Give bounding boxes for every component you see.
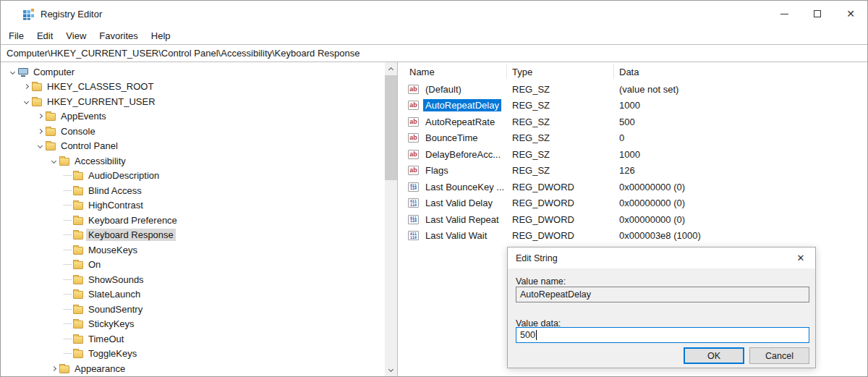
- scrollbar-thumb[interactable]: [385, 75, 397, 180]
- reg-dword-icon: 011110: [408, 231, 419, 240]
- ok-button[interactable]: OK: [684, 347, 744, 364]
- minimize-button[interactable]: [767, 1, 801, 27]
- folder-icon: [73, 187, 83, 195]
- reg-sz-icon: ab: [408, 150, 419, 159]
- menu-edit[interactable]: Edit: [30, 29, 59, 43]
- tree-icon-slot: [73, 334, 86, 344]
- value-row-bouncetime[interactable]: abBounceTimeREG_SZ0: [398, 130, 867, 147]
- value-row-autorepeatrate[interactable]: abAutoRepeatRateREG_SZ500: [398, 114, 867, 130]
- column-header-type[interactable]: Type: [507, 64, 614, 79]
- tree-item-timeout[interactable]: TimeOut: [1, 331, 385, 347]
- value-row-last-valid-wait[interactable]: 011110Last Valid WaitREG_DWORD0x000003e8…: [398, 228, 867, 245]
- tree-item-soundsentry[interactable]: SoundSentry: [1, 302, 385, 317]
- tree-item-appevents[interactable]: AppEvents: [1, 109, 385, 124]
- tree-item-audiodescription[interactable]: AudioDescription: [1, 169, 385, 184]
- value-row-autorepeatdelay[interactable]: abAutoRepeatDelayREG_SZ1000: [398, 98, 867, 114]
- cancel-button[interactable]: Cancel: [749, 347, 809, 364]
- value-data-cell: 0x00000000 (0): [614, 182, 867, 192]
- tree-item-computer[interactable]: Computer: [1, 64, 385, 80]
- tree-icon-slot: [73, 245, 86, 255]
- value-data-input[interactable]: 500: [516, 327, 809, 343]
- tree-connector: [61, 205, 73, 206]
- tree-expander[interactable]: [20, 85, 32, 88]
- dialog-title: Edit String: [516, 253, 558, 263]
- tree-icon-slot: [73, 349, 86, 358]
- tree-item-label: Appearance: [72, 363, 127, 375]
- tree-icon-slot: [73, 319, 86, 329]
- menu-favorites[interactable]: Favorites: [93, 29, 144, 43]
- tree-item-on[interactable]: On: [1, 258, 385, 273]
- tree-item-hkey-current-user[interactable]: HKEY_CURRENT_USER: [1, 94, 385, 109]
- tree-item-appearance[interactable]: Appearance: [1, 361, 385, 376]
- maximize-icon: [814, 10, 821, 17]
- value-row-flags[interactable]: abFlagsREG_SZ126: [398, 163, 867, 179]
- value-name-label: AutoRepeatDelay: [423, 99, 501, 111]
- value-name-label: Last Valid Wait: [423, 229, 489, 242]
- value-name-label: Last Valid Delay: [423, 197, 495, 209]
- tree-connector: [61, 234, 73, 235]
- chevron-down-icon: [9, 69, 14, 75]
- tree-expander[interactable]: [48, 367, 59, 370]
- tree-expander[interactable]: [34, 130, 46, 133]
- value-type-cell: REG_SZ: [507, 149, 614, 160]
- tree-item-showsounds[interactable]: ShowSounds: [1, 272, 385, 287]
- text-caret: [536, 330, 537, 340]
- tree-item-keyboard-preference[interactable]: Keyboard Preference: [1, 213, 385, 228]
- scroll-up-button[interactable]: [385, 62, 397, 75]
- value-type-cell: REG_SZ: [507, 84, 614, 95]
- tree-icon-slot: [46, 127, 59, 136]
- menu-help[interactable]: Help: [145, 29, 177, 43]
- dotted-connector: [64, 220, 72, 221]
- tree-icon-slot: [73, 230, 86, 240]
- tree-item-stickykeys[interactable]: StickyKeys: [1, 317, 385, 332]
- menu-view[interactable]: View: [59, 29, 93, 43]
- tree-item-accessibility[interactable]: Accessibility: [1, 153, 385, 169]
- tree-item-hkey-classes-root[interactable]: HKEY_CLASSES_ROOT: [1, 80, 385, 95]
- tree-item-slatelaunch[interactable]: SlateLaunch: [1, 287, 385, 302]
- tree-icon-slot: [46, 111, 59, 121]
- folder-icon: [73, 247, 83, 255]
- value-data-cell: 0x00000000 (0): [614, 214, 867, 225]
- tree-expander[interactable]: [34, 114, 46, 118]
- tree-item-keyboard-response[interactable]: Keyboard Response: [1, 228, 385, 243]
- tree-expander[interactable]: [48, 159, 59, 163]
- close-button[interactable]: ✕: [834, 1, 867, 27]
- tree-item-label: HKEY_CURRENT_USER: [45, 96, 158, 108]
- menu-file[interactable]: File: [2, 29, 30, 43]
- tree-expander[interactable]: [7, 70, 18, 74]
- window-controls: ✕: [767, 1, 867, 27]
- value-name-cell: abAutoRepeatRate: [398, 116, 507, 128]
- column-header-data[interactable]: Data: [614, 64, 867, 79]
- tree-item-togglekeys[interactable]: ToggleKeys: [1, 347, 385, 362]
- tree-scrollbar[interactable]: [385, 62, 397, 376]
- column-header-name[interactable]: Name: [398, 64, 507, 79]
- tree-connector: [61, 339, 73, 339]
- value-row-last-valid-repeat[interactable]: 011110Last Valid RepeatREG_DWORD0x000000…: [398, 211, 867, 228]
- tree-item-console[interactable]: Console: [1, 124, 385, 139]
- tree-connector: [61, 250, 73, 250]
- value-row-default[interactable]: ab(Default)REG_SZ(value not set): [398, 81, 867, 98]
- tree-expander[interactable]: [20, 100, 32, 103]
- value-name-cell: abFlags: [398, 164, 507, 177]
- value-data-cell: 0x000003e8 (1000): [614, 230, 867, 241]
- tree-item-control-panel[interactable]: Control Panel: [1, 139, 385, 154]
- tree-item-highcontrast[interactable]: HighContrast: [1, 198, 385, 213]
- value-type-cell: REG_SZ: [507, 165, 614, 176]
- tree-expander[interactable]: [34, 144, 46, 148]
- tree-item-blind-access[interactable]: Blind Access: [1, 183, 385, 198]
- value-row-delaybeforeacc[interactable]: abDelayBeforeAcc...REG_SZ1000: [398, 146, 867, 163]
- tree-item-mousekeys[interactable]: MouseKeys: [1, 242, 385, 258]
- value-row-last-bouncekey[interactable]: 011110Last BounceKey ...REG_DWORD0x00000…: [398, 179, 867, 195]
- address-bar[interactable]: Computer\HKEY_CURRENT_USER\Control Panel…: [1, 44, 867, 62]
- maximize-button[interactable]: [801, 1, 834, 27]
- computer-icon: [18, 68, 28, 75]
- value-row-last-valid-delay[interactable]: 011110Last Valid DelayREG_DWORD0x0000000…: [398, 195, 867, 212]
- dotted-connector: [64, 175, 72, 176]
- tree-item-label: AudioDescription: [86, 169, 161, 182]
- folder-icon: [73, 217, 83, 225]
- close-icon: ✕: [797, 253, 805, 263]
- edit-string-dialog: Edit String ✕ Value name: AutoRepeatDela…: [507, 247, 816, 368]
- dialog-close-button[interactable]: ✕: [786, 247, 815, 268]
- value-name-field[interactable]: AutoRepeatDelay: [516, 287, 809, 302]
- scroll-down-button[interactable]: [385, 364, 397, 376]
